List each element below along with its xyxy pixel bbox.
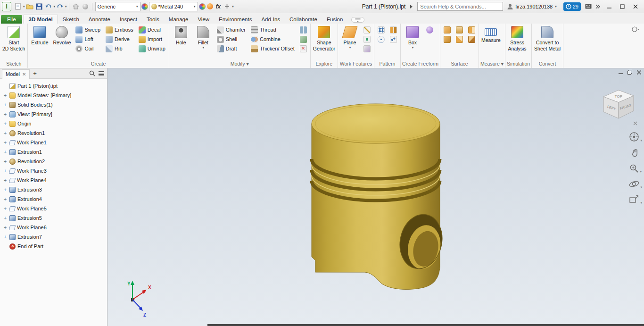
tree-item-work-plane6[interactable]: +Work Plane6 [2, 223, 107, 232]
expander-icon[interactable]: + [3, 197, 8, 201]
tree-item-origin[interactable]: +Origin [2, 119, 107, 128]
shape-generator-button[interactable]: Shape Generator [312, 25, 336, 51]
expander-icon[interactable]: + [3, 234, 8, 239]
tree-item-model-states-primary[interactable]: +Model States: [Primary] [2, 91, 107, 100]
3d-canvas[interactable] [107, 68, 644, 326]
orbit-icon[interactable]: ▾ [628, 179, 642, 189]
circular-pattern-button[interactable] [376, 34, 387, 44]
zoom-icon[interactable]: ▾ [629, 163, 642, 174]
expander-icon[interactable]: + [3, 102, 8, 107]
plane-button[interactable]: Plane▾ [339, 25, 360, 50]
unwrap-button[interactable]: Unwrap [137, 44, 167, 53]
decal-button[interactable]: Decal [137, 25, 167, 34]
sketch-driven-pattern-button[interactable] [388, 34, 399, 44]
convert-to-sheet-metal-button[interactable]: Convert to Sheet Metal [533, 25, 561, 51]
tree-item-work-plane1[interactable]: +Work Plane1 [2, 138, 107, 147]
stitch-button[interactable] [442, 25, 453, 34]
appearance-wheel-icon[interactable] [141, 3, 148, 10]
tree-item-extrusion3[interactable]: +Extrusion3 [2, 185, 107, 194]
tab-view[interactable]: View [193, 15, 214, 24]
redo-caret-icon[interactable]: ▾ [65, 5, 67, 8]
tree-item-extrusion5[interactable]: +Extrusion5 [2, 213, 107, 223]
import-button[interactable]: Import [137, 34, 167, 44]
appearance-wheel2-icon[interactable] [199, 3, 206, 10]
stress-analysis-button[interactable]: Stress Analysis [507, 25, 528, 51]
new-file-caret-icon[interactable]: ▾ [23, 5, 25, 8]
ribbon-display-toggle[interactable] [351, 17, 364, 23]
thread-button[interactable]: Thread [249, 25, 297, 34]
viewport[interactable]: TOP LEFT FRONT ▾ ▾ ▾ ▾ [107, 68, 644, 326]
redo-button[interactable] [56, 2, 64, 11]
tree-item-work-plane5[interactable]: +Work Plane5 [2, 204, 107, 213]
tab-sketch[interactable]: Sketch [58, 15, 84, 24]
tree-item-work-plane4[interactable]: +Work Plane4 [2, 176, 107, 185]
title-caret-icon[interactable] [410, 5, 413, 8]
expander-icon[interactable]: + [3, 112, 8, 117]
doc-close-button[interactable] [637, 70, 641, 75]
coil-button[interactable]: Coil [74, 44, 102, 53]
browser-menu-icon[interactable] [98, 70, 105, 77]
tree-item-extrusion4[interactable]: +Extrusion4 [2, 194, 107, 204]
expander-icon[interactable]: + [3, 225, 8, 230]
derive-button[interactable]: Derive [104, 34, 135, 44]
tree-item-view-primary[interactable]: +View: [Primary] [2, 109, 107, 119]
tree-item-extrusion7[interactable]: +Extrusion7 [2, 232, 107, 242]
new-file-button[interactable] [14, 2, 22, 11]
doc-minimize-button[interactable] [619, 70, 623, 75]
tree-item-revolution1[interactable]: +Revolution1 [2, 128, 107, 138]
notification-badge[interactable]: 29 [563, 2, 581, 11]
freeform-edit-button[interactable] [424, 25, 435, 34]
browser-tab-close-icon[interactable]: ✕ [22, 72, 26, 77]
pan-icon[interactable] [630, 148, 641, 158]
piston-model[interactable] [312, 104, 447, 289]
extrude-button[interactable]: Extrude [29, 25, 50, 46]
appearance-ball-icon[interactable] [207, 3, 213, 9]
keyboard-shortcuts-icon[interactable] [584, 2, 593, 11]
undo-button[interactable] [44, 2, 53, 11]
tab-tools[interactable]: Tools [142, 15, 164, 24]
axis-button[interactable] [362, 25, 372, 34]
qat-customize-caret-icon[interactable]: ▾ [232, 5, 234, 8]
tab-fusion[interactable]: Fusion [322, 15, 348, 24]
expander-icon[interactable]: + [3, 168, 8, 173]
undo-caret-icon[interactable]: ▾ [54, 5, 56, 8]
app-logo-icon[interactable]: I [2, 2, 11, 11]
patch-button[interactable] [454, 25, 465, 34]
home-view-button[interactable] [72, 2, 80, 11]
shell-button[interactable]: Shell [215, 34, 248, 44]
sculpt-button[interactable] [442, 34, 453, 44]
render-style-button[interactable] [81, 2, 90, 11]
expander-icon[interactable]: + [3, 216, 8, 220]
expander-icon[interactable]: + [3, 140, 8, 145]
tab-environments[interactable]: Environments [214, 15, 256, 24]
copy-object-button[interactable] [298, 34, 309, 44]
ribbon-options-control[interactable] [632, 24, 644, 68]
measure-button[interactable]: Measure [480, 25, 502, 43]
tab-collaborate[interactable]: Collaborate [285, 15, 322, 24]
draft-button[interactable]: Draft [215, 44, 248, 53]
mirror-button[interactable] [388, 25, 399, 34]
expander-icon[interactable]: + [3, 121, 8, 126]
expander-icon[interactable]: + [3, 187, 8, 192]
expander-icon[interactable]: + [3, 131, 8, 135]
doc-restore-button[interactable] [627, 70, 632, 75]
browser-search-icon[interactable] [88, 70, 96, 77]
replace-face-button[interactable] [466, 34, 477, 44]
expander-icon[interactable]: + [3, 159, 8, 164]
material-dropdown[interactable]: *Metal 240 ▾ [149, 2, 198, 11]
expander-icon[interactable]: + [3, 206, 8, 211]
user-account[interactable]: firza.190120138 ▾ [507, 3, 556, 10]
save-button[interactable] [35, 2, 43, 11]
split-button[interactable] [298, 25, 309, 34]
loft-button[interactable]: Loft [74, 34, 102, 44]
open-button[interactable] [25, 2, 34, 11]
tab-add-ins[interactable]: Add-Ins [256, 15, 285, 24]
emboss-button[interactable]: Emboss [104, 25, 135, 34]
tree-item-extrusion1[interactable]: +Extrusion1 [2, 147, 107, 157]
fillet-button[interactable]: Fillet▾ [193, 25, 214, 50]
combine-button[interactable]: Combine [249, 34, 297, 44]
trim-surface-button[interactable] [454, 34, 465, 44]
tab-inspect[interactable]: Inspect [115, 15, 142, 24]
tree-item-end-of-part[interactable]: End of Part [2, 242, 107, 251]
maximize-button[interactable] [616, 2, 629, 11]
